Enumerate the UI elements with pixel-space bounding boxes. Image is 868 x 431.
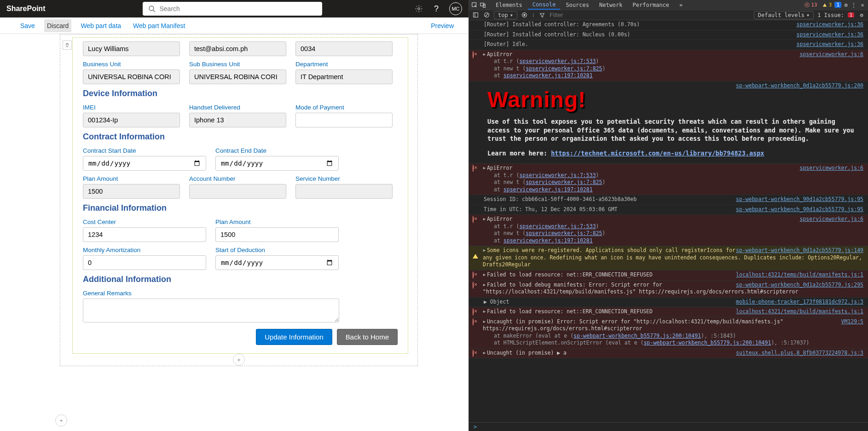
log-source-link[interactable]: localhost:4321/temp/build/manifests.js:1	[736, 308, 863, 316]
console-log-entry: sp-webpart-workbench_90d1a2cb55779.js:95…	[469, 205, 868, 215]
cost-center-label: Cost Center	[83, 218, 206, 225]
console-warning-title: Warning!	[487, 85, 859, 115]
imei-field	[83, 113, 180, 127]
log-source-link[interactable]: spserviceworker.js:36	[797, 41, 863, 48]
start-deduction-field[interactable]	[215, 255, 339, 270]
context-selector[interactable]: top ▾	[494, 11, 517, 19]
console-log-entry: sp-webpart-workbench_0d1a2cb55779.js:295…	[469, 281, 868, 298]
webpart-data-button[interactable]: Web part data	[78, 19, 124, 32]
search-icon	[148, 5, 156, 12]
tab-elements[interactable]: Elements	[491, 1, 527, 9]
info-count-badge[interactable]: 1	[834, 2, 841, 8]
log-source-link[interactable]: VM129:5	[841, 318, 863, 326]
devtools-menu-icon[interactable]: ⋮	[851, 1, 858, 9]
tab-console[interactable]: Console	[528, 0, 561, 10]
help-icon[interactable]: ?	[432, 4, 441, 13]
console-log-entry: localhost:4321/temp/build/manifests.js:1…	[469, 307, 868, 317]
console-log-entry: VM129:5▶Uncaught (in promise) Error: Scr…	[469, 317, 868, 349]
inspect-icon[interactable]	[471, 1, 478, 9]
user-avatar[interactable]: MC	[449, 2, 462, 15]
svg-line-1	[153, 10, 155, 12]
workbench-toolbar: Save Discard Web part data Web part Mani…	[0, 17, 469, 34]
log-source-link[interactable]: spserviceworker.js:6	[800, 216, 863, 223]
webpart-manifest-button[interactable]: Web part Manifest	[130, 19, 188, 32]
console-log-entry: localhost:4321/temp/build/manifests.js:1…	[469, 270, 868, 281]
log-source-link[interactable]: spserviceworker.js:36	[797, 31, 863, 39]
live-expression-icon[interactable]	[521, 11, 528, 19]
contract-start-label: Contract Start Date	[83, 147, 206, 154]
contract-end-field[interactable]	[215, 156, 339, 171]
devtools-tabs: Elements Console Sources Network Perform…	[469, 0, 868, 10]
handset-field	[189, 113, 286, 127]
console-prompt[interactable]: >	[469, 422, 868, 431]
contract-start-field[interactable]	[83, 156, 206, 171]
sub-business-unit-field	[189, 69, 286, 84]
devtools-settings-icon[interactable]: ⚙	[842, 1, 850, 9]
devtools-close-icon[interactable]: ✕	[859, 1, 866, 9]
log-source-link[interactable]: sp-webpart-workbench_0d1a2cb55779.js:149	[736, 247, 863, 254]
webpart-card: Business Unit Sub Business Unit Departme…	[72, 37, 408, 354]
imei-label: IMEI	[83, 104, 180, 111]
warning-count-badge[interactable]: 3	[820, 2, 834, 8]
mode-of-payment-label: Mode of Payment	[295, 104, 393, 111]
back-to-home-button[interactable]: Back to Home	[337, 329, 398, 345]
monthly-amortization-field[interactable]	[83, 255, 206, 270]
console-output[interactable]: spserviceworker.js:36[Router] Installed …	[469, 20, 868, 422]
console-sidebar-icon[interactable]	[472, 11, 479, 19]
add-section-button[interactable]: +	[55, 414, 67, 426]
filter-icon	[538, 11, 546, 19]
plan-amount-fin-label: Plan Amount	[215, 218, 339, 225]
general-remarks-field[interactable]	[83, 299, 339, 322]
business-unit-field	[83, 69, 180, 84]
console-warning-text: Use of this tool exposes you to potentia…	[487, 117, 859, 143]
settings-icon[interactable]	[414, 4, 423, 13]
search-input[interactable]	[159, 5, 317, 12]
business-unit-label: Business Unit	[83, 61, 180, 68]
console-filter-input[interactable]	[550, 11, 750, 18]
delete-icon[interactable]	[63, 40, 72, 50]
log-source-link[interactable]: localhost:4321/temp/build/manifests.js:1	[736, 271, 863, 279]
mode-of-payment-field[interactable]	[295, 113, 393, 127]
department-label: Department	[295, 61, 393, 68]
cost-center-field[interactable]	[83, 227, 206, 242]
tab-more[interactable]: »	[675, 1, 687, 9]
contract-info-heading: Contract Information	[83, 132, 398, 142]
device-toggle-icon[interactable]	[479, 1, 486, 9]
account-number-field	[189, 184, 286, 199]
console-settings-icon[interactable]: ⚙	[858, 11, 865, 19]
tab-sources[interactable]: Sources	[561, 1, 594, 9]
discard-button[interactable]: Discard	[44, 19, 71, 32]
log-source-link[interactable]: spserviceworker.js:36	[797, 21, 863, 29]
svg-point-0	[149, 6, 154, 11]
account-number-label: Account Number	[189, 175, 286, 182]
code-field	[295, 41, 393, 56]
clear-console-icon[interactable]	[483, 11, 490, 19]
console-log-entry: spserviceworker.js:6▶ApiErrorat t.r (sps…	[469, 215, 868, 246]
tab-performance[interactable]: Performance	[628, 1, 674, 9]
log-source-link[interactable]: mobile-phone-tracker_173f08181dc972.js:3	[736, 299, 863, 306]
warning-learn-more-link[interactable]: https://technet.microsoft.com/en-us/libr…	[551, 149, 764, 157]
additional-info-heading: Additional Information	[83, 275, 398, 284]
issues-badge[interactable]: 1	[848, 12, 854, 17]
log-source-link[interactable]: sp-webpart-workbench_90d1a2cb55779.js:95	[736, 196, 863, 203]
log-source-link[interactable]: suiteux.shell.plus.8_8fb03773224978.js:3	[736, 350, 863, 357]
console-log-entry: sp-webpart-workbench_0d1a2cb55779.js:149…	[469, 246, 868, 270]
log-source-link[interactable]: sp-webpart-workbench_0d1a2cb55779.js:295	[736, 282, 863, 289]
log-source-link[interactable]: spserviceworker.js:6	[800, 165, 863, 172]
plan-amount-fin-field[interactable]	[215, 227, 339, 242]
update-information-button[interactable]: Update Information	[256, 329, 332, 345]
log-source-link[interactable]: spserviceworker.js:6	[800, 51, 863, 58]
console-log-entry: spserviceworker.js:36[Router] Idle.	[469, 40, 868, 50]
plan-amount-field	[83, 184, 180, 199]
error-count-badge[interactable]: 13	[802, 2, 819, 8]
save-button[interactable]: Save	[17, 19, 38, 32]
service-number-label: Service Number	[295, 175, 393, 182]
preview-button[interactable]: Preview	[428, 19, 457, 32]
search-box[interactable]	[143, 2, 322, 16]
log-levels-selector[interactable]: Default levels ▾	[754, 11, 814, 19]
sharepoint-header: SharePoint ? MC	[0, 0, 469, 17]
add-webpart-button[interactable]: +	[233, 354, 245, 366]
log-source-link[interactable]: sp-webpart-workbench_90d1a2cb55779.js:95	[736, 206, 863, 213]
tab-network[interactable]: Network	[595, 1, 627, 9]
log-source-link[interactable]: sp-webpart-workbench_0d1a2cb55779.js:200	[736, 82, 863, 90]
